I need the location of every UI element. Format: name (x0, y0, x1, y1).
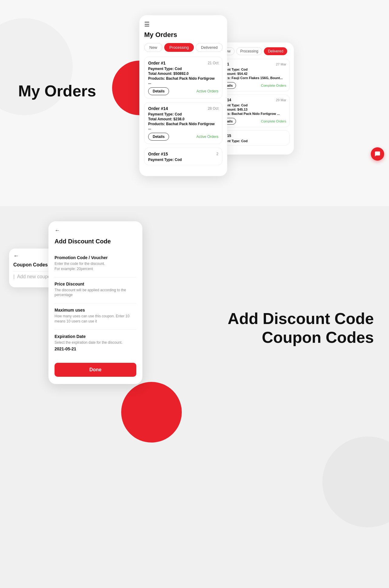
discount-phone-front: ← Add Discount Code Promotion Code / Vou… (48, 221, 142, 384)
tab-row-front: New Processing Delivered (144, 43, 222, 52)
order-header-back-1: r #1 27 Mar (223, 62, 286, 66)
field-max-uses: Maximum uses How many uses can use this … (55, 303, 136, 330)
field-price-discount: Price Discount The discount will be appl… (55, 277, 136, 304)
order-header-front-1: Order #1 21 Oct (148, 61, 218, 65)
details-btn-front-1[interactable]: Details (148, 87, 169, 95)
order-total-back-1: Amount: $54.42 (223, 72, 286, 75)
discount-back-arrow[interactable]: ← (55, 227, 136, 234)
order-date-front-2: 28 Oct (208, 106, 218, 111)
red-circle-bottom (121, 382, 182, 443)
order-card-back-3: r #15 ment Type: Cod (219, 130, 290, 145)
top-section: My Orders New Processing Delivered r #1 … (0, 0, 389, 206)
order-header-front-2: Order #14 28 Oct (148, 106, 218, 111)
order-total-front-1: Total Amount: $50892.0 (148, 72, 218, 76)
order-products-front-2: Products: Bachat Pack Nido Fortigrow ... (148, 122, 218, 130)
order-header-front-3: Order #15 2 (148, 152, 218, 156)
fab-chat-button[interactable] (371, 147, 384, 161)
tab-delivered-back[interactable]: Delivered (264, 47, 287, 55)
done-button[interactable]: Done (55, 363, 136, 377)
order-card-front-1: Order #1 21 Oct Payment Type: Cod Total … (144, 57, 222, 99)
discount-title: Add Discount Code (55, 238, 136, 245)
bg-circle-top (0, 18, 73, 115)
bg-circle-bottom (322, 436, 389, 527)
order-date-back-2: 29 Mar (276, 98, 286, 102)
order-products-back-1: ucts: Fauji Corn Flakes 156G, Bount... (223, 76, 286, 80)
order-total-front-2: Total Amount: $238.0 (148, 117, 218, 121)
details-btn-front-2[interactable]: Details (148, 133, 169, 141)
order-footer-front-2: Details Active Orders (148, 133, 218, 141)
order-payment-back-3: ment Type: Cod (223, 139, 286, 143)
field-max-uses-desc: How many uses can use this coupon. Enter… (55, 314, 136, 324)
discount-form: Promotion Code / Voucher Enter the code … (55, 251, 136, 356)
order-total-back-2: Amount: $45.13 (223, 108, 286, 111)
order-footer-back-1: tails Complete Orders (223, 82, 286, 89)
order-header-back-3: r #15 (223, 134, 286, 138)
tab-processing-back[interactable]: Processing (236, 47, 262, 55)
field-price-desc: The discount will be applied according t… (55, 288, 136, 298)
menu-icon[interactable]: ☰ (144, 21, 222, 28)
order-payment-front-1: Payment Type: Cod (148, 67, 218, 71)
add-coupon-divider-icon: | (13, 274, 15, 279)
my-orders-heading: My Orders (18, 82, 96, 100)
tab-new-front[interactable]: New (144, 43, 162, 52)
bottom-section: Add Discount Code Coupon Codes ← Coupon … (0, 206, 389, 588)
discount-coupon-heading: Add Discount Code Coupon Codes (228, 309, 374, 347)
field-max-uses-label: Maximum uses (55, 308, 136, 312)
order-products-back-2: ucts: Bachat Pack Nido Fortigrow ... (223, 112, 286, 115)
tab-processing-front[interactable]: Processing (164, 43, 194, 52)
order-number-front-1: Order #1 (148, 61, 166, 65)
complete-orders-link-back-2[interactable]: Complete Orders (261, 119, 286, 123)
active-orders-link-front-1[interactable]: Active Orders (196, 89, 218, 93)
tab-row-back: New Processing Delivered (219, 47, 290, 55)
order-number-front-3: Order #15 (148, 152, 168, 156)
tab-delivered-front[interactable]: Delivered (196, 43, 223, 52)
order-card-front-3: Order #15 2 Payment Type: Cod (144, 148, 222, 165)
order-header-back-2: r #14 29 Mar (223, 98, 286, 102)
field-expiration-value: 2021-05-21 (55, 346, 136, 351)
order-payment-back-2: ment Type: Cod (223, 103, 286, 107)
phone-front-orders: ☰ My Orders New Processing Delivered Ord… (139, 15, 227, 176)
field-promotion-desc: Enter the code for the discount.For exam… (55, 261, 136, 272)
order-card-back-1: r #1 27 Mar ment Type: Cod Amount: $54.4… (219, 59, 290, 92)
order-date-front-3: 2 (216, 152, 218, 156)
complete-orders-link-back-1[interactable]: Complete Orders (261, 84, 286, 87)
field-expiration-date: Expiration Date Select the expiration da… (55, 330, 136, 356)
phone-front-title: My Orders (144, 31, 222, 39)
order-date-front-1: 21 Oct (208, 61, 218, 65)
field-promotion-code: Promotion Code / Voucher Enter the code … (55, 251, 136, 277)
order-date-back-1: 27 Mar (276, 62, 286, 66)
order-footer-front-1: Details Active Orders (148, 87, 218, 95)
order-number-front-2: Order #14 (148, 106, 168, 111)
order-footer-back-2: tails Complete Orders (223, 118, 286, 125)
field-price-label: Price Discount (55, 282, 136, 286)
field-promotion-label: Promotion Code / Voucher (55, 255, 136, 260)
order-products-front-1: Products: Bachat Pack Nido Fortigrow ... (148, 76, 218, 85)
add-coupon-label: Add new coupon (17, 274, 53, 279)
order-card-front-2: Order #14 28 Oct Payment Type: Cod Total… (144, 102, 222, 144)
order-payment-back-1: ment Type: Cod (223, 68, 286, 71)
order-payment-front-2: Payment Type: Cod (148, 112, 218, 116)
field-expiration-desc: Select the expiration date for the disco… (55, 340, 136, 345)
order-payment-front-3: Payment Type: Cod (148, 158, 218, 162)
order-card-back-2: r #14 29 Mar ment Type: Cod Amount: $45.… (219, 95, 290, 127)
field-expiration-label: Expiration Date (55, 334, 136, 339)
active-orders-link-front-2[interactable]: Active Orders (196, 135, 218, 139)
